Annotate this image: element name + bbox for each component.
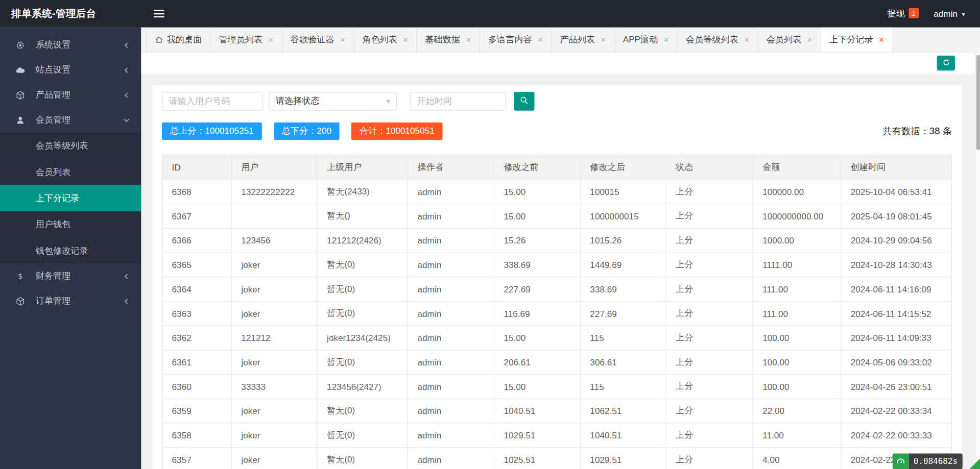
table-row: 6366123456121212(2426)admin15.261015.26上…: [162, 228, 952, 253]
tab-1[interactable]: 管理员列表×: [210, 28, 282, 52]
tab-2[interactable]: 谷歌验证器×: [282, 28, 354, 52]
chevron-left-icon: [123, 91, 130, 98]
cube-icon: [16, 90, 28, 100]
table-row: 6362121212joker1234(2425)admin15.00115上分…: [162, 326, 952, 350]
table-cell: 6362: [162, 326, 232, 350]
chevron-left-icon: [123, 273, 130, 279]
tab-8[interactable]: 会员等级列表×: [678, 28, 758, 52]
table-cell: joker: [231, 399, 317, 423]
tab-6[interactable]: 产品列表×: [552, 28, 614, 52]
chevron-down-icon: [123, 116, 130, 123]
user-number-input[interactable]: [162, 92, 262, 111]
table-cell: 6367: [162, 204, 232, 229]
sidebar-subitem-0[interactable]: 会员等级列表: [0, 132, 141, 158]
close-icon[interactable]: ×: [807, 35, 812, 44]
tab-7[interactable]: APP滚动×: [615, 28, 678, 52]
content-toolbar: [141, 53, 980, 74]
table-cell: 上分: [666, 180, 753, 204]
svg-text:$: $: [18, 272, 22, 280]
table-cell: 1000.00: [753, 228, 841, 253]
table-cell: admin: [408, 399, 494, 423]
sidebar-item-4[interactable]: $财务管理: [0, 263, 141, 288]
column-header: 操作者: [408, 155, 494, 180]
total-sum-badge: 合计：1000105051: [351, 122, 443, 140]
close-icon[interactable]: ×: [879, 35, 885, 44]
cube-icon: [16, 297, 28, 306]
withdraw-link[interactable]: 提现 1: [888, 8, 919, 19]
user-menu[interactable]: admin ▾: [934, 9, 965, 19]
table-cell: 6368: [162, 180, 232, 204]
table-cell: 6363: [162, 302, 232, 326]
total-down-badge: 总下分：200: [274, 122, 340, 140]
table-cell: 2024-02-22 00:33:33: [841, 423, 952, 448]
tab-9[interactable]: 会员列表×: [758, 28, 821, 52]
table-cell: 上分: [666, 350, 753, 375]
top-header: 排单系统-管理后台 提现 1 admin ▾: [0, 0, 980, 28]
search-button[interactable]: [514, 92, 534, 111]
sidebar-toggle-button[interactable]: [146, 0, 171, 28]
close-icon[interactable]: ×: [268, 35, 274, 44]
status-select[interactable]: 请选择状态 ▾: [269, 92, 397, 111]
close-icon[interactable]: ×: [601, 35, 606, 44]
table-cell: 121212: [231, 326, 317, 350]
close-icon[interactable]: ×: [403, 35, 409, 44]
table-row: 636033333123456(2427)admin15.00115上分100.…: [162, 375, 952, 399]
table-cell: 2024-10-29 09:04:56: [841, 228, 952, 253]
table-cell: 2024-05-06 09:33:02: [841, 350, 952, 375]
tab-4[interactable]: 基础数据×: [417, 28, 480, 52]
load-time-text: 0.084682s: [909, 454, 963, 469]
close-icon[interactable]: ×: [663, 35, 669, 44]
chevron-left-icon: [123, 298, 130, 304]
table-cell: 2024-06-11 14:09:33: [841, 326, 952, 350]
close-icon[interactable]: ×: [744, 35, 750, 44]
load-time-widget[interactable]: 0.084682s: [892, 454, 963, 469]
header-actions: 提现 1 admin ▾: [888, 8, 980, 19]
tab-5[interactable]: 多语言内容×: [480, 28, 552, 52]
close-icon[interactable]: ×: [538, 35, 543, 44]
table-cell: 暂无(0): [317, 253, 408, 277]
tab-label: 产品列表: [560, 34, 595, 45]
refresh-button[interactable]: [937, 56, 955, 70]
table-cell: admin: [408, 375, 494, 399]
table-cell: joker: [231, 277, 317, 302]
tab-3[interactable]: 角色列表×: [354, 28, 417, 52]
table-cell: 13222222222: [231, 180, 317, 204]
withdraw-badge: 1: [909, 8, 919, 18]
table-cell: 暂无(0): [317, 423, 408, 448]
table-cell: 6365: [162, 253, 232, 277]
table-cell: 227.69: [494, 277, 580, 302]
page-scrollbar[interactable]: [975, 53, 980, 469]
table-cell: 6364: [162, 277, 232, 302]
tab-0[interactable]: 我的桌面: [146, 28, 210, 52]
close-icon[interactable]: ×: [340, 35, 346, 44]
total-up-badge: 总上分：1000105251: [162, 122, 262, 140]
record-count: 共有数据：38 条: [882, 125, 952, 137]
table-cell: 115: [580, 375, 666, 399]
start-time-input[interactable]: [410, 92, 506, 111]
table-cell: admin: [408, 326, 494, 350]
cloud-icon: [16, 65, 28, 75]
tab-label: 会员等级列表: [686, 34, 738, 45]
tab-label: 管理员列表: [219, 34, 262, 45]
table-cell: joker: [231, 423, 317, 448]
tab-10[interactable]: 上下分记录×: [821, 28, 893, 52]
sidebar-item-0[interactable]: 系统设置: [0, 33, 141, 58]
sidebar-item-3[interactable]: 会员管理: [0, 108, 141, 133]
tab-label: 会员列表: [767, 34, 802, 45]
table-cell: 1000000015: [580, 204, 666, 229]
table-cell: 上分: [666, 204, 753, 229]
scrollbar-thumb[interactable]: [976, 55, 980, 150]
sidebar-subitem-2[interactable]: 上下分记录: [0, 185, 141, 211]
sidebar-item-1[interactable]: 站点设置: [0, 58, 141, 83]
column-header: ID: [162, 155, 232, 180]
sidebar-item-2[interactable]: 产品管理: [0, 83, 141, 108]
table-cell: 2025-10-04 06:53:41: [841, 180, 952, 204]
sidebar-subitem-3[interactable]: 用户钱包: [0, 211, 141, 237]
sidebar-item-5[interactable]: 订单管理: [0, 288, 141, 313]
table-cell: 上分: [666, 399, 753, 423]
sidebar-subitem-4[interactable]: 钱包修改记录: [0, 237, 141, 263]
close-icon[interactable]: ×: [466, 35, 471, 44]
column-header: 用户: [231, 155, 317, 180]
table-cell: 100015: [580, 180, 666, 204]
sidebar-subitem-1[interactable]: 会员列表: [0, 159, 141, 185]
